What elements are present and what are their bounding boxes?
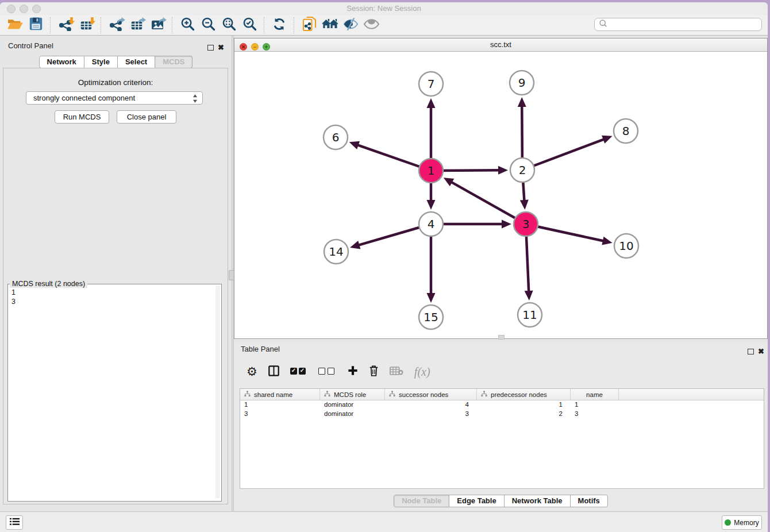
- open-session-button[interactable]: [5, 16, 25, 34]
- zoom-fit-button[interactable]: [218, 16, 239, 34]
- export-arrow-icon: [137, 17, 146, 27]
- memory-status-icon: [725, 519, 731, 526]
- table-row[interactable]: 3dominator323: [240, 410, 764, 419]
- duplicate-network-button[interactable]: [299, 16, 319, 34]
- delete-table-button[interactable]: [390, 366, 403, 378]
- table-toolbar: ⚙ f(x): [240, 360, 764, 384]
- zoom-in-button[interactable]: [177, 16, 198, 34]
- select-all-columns-button[interactable]: [290, 367, 307, 377]
- export-network-button[interactable]: [106, 16, 126, 34]
- run-mcds-button[interactable]: Run MCDS: [55, 110, 109, 124]
- close-panel-button[interactable]: Close panel: [117, 110, 176, 124]
- network-canvas[interactable]: 7968124314101511: [234, 51, 767, 338]
- toolbar-separator: [294, 17, 295, 33]
- node-label-11: 11: [522, 308, 537, 322]
- search-input[interactable]: [610, 20, 761, 29]
- control-panel-tabs: NetworkStyleSelectMCDS: [0, 56, 232, 68]
- app-window: Session: New Session: [0, 0, 770, 532]
- export-arrow-icon: [158, 17, 167, 27]
- down-arrow-icon: [89, 17, 95, 27]
- import-network-button[interactable]: [55, 16, 76, 34]
- export-table-button[interactable]: [126, 16, 147, 34]
- apply-layout-button[interactable]: [269, 16, 290, 34]
- floppy-disk-icon: [29, 17, 43, 33]
- tab-network-table[interactable]: Network Table: [505, 495, 571, 507]
- float-panel-icon[interactable]: [748, 346, 754, 357]
- edge-2-8[interactable]: [522, 139, 605, 170]
- column-chooser-button[interactable]: [268, 365, 279, 379]
- zoom-out-button[interactable]: [198, 16, 218, 34]
- function-builder-button[interactable]: f(x): [414, 365, 430, 379]
- canvas-splitter-handle[interactable]: [498, 335, 505, 340]
- main-toolbar: [0, 15, 768, 36]
- optimization-criterion-select[interactable]: strongly connected component: [26, 91, 203, 105]
- result-scrollbar[interactable]: [215, 286, 220, 498]
- eye-icon: [363, 18, 380, 32]
- tab-edge-table[interactable]: Edge Table: [449, 495, 504, 507]
- search-field[interactable]: [594, 18, 762, 31]
- import-table-button[interactable]: [76, 16, 97, 34]
- tab-node-table[interactable]: Node Table: [394, 495, 449, 507]
- show-eye-button[interactable]: [361, 16, 382, 34]
- select-stepper-icon: [192, 94, 198, 105]
- edge-arrow-4-15: [427, 293, 436, 303]
- export-image-button[interactable]: [147, 16, 168, 34]
- network-window-titlebar: ✕−+ scc.txt: [234, 38, 767, 52]
- task-history-button[interactable]: [6, 515, 23, 530]
- node-label-4: 4: [428, 217, 435, 231]
- column-header-MCDS-role[interactable]: MCDS role: [320, 389, 385, 400]
- mcds-result-text[interactable]: 1 3: [11, 288, 16, 306]
- delete-column-button[interactable]: [369, 365, 379, 379]
- save-session-button[interactable]: [25, 16, 46, 34]
- node-label-9: 9: [518, 76, 526, 90]
- tab-motifs[interactable]: Motifs: [571, 495, 608, 507]
- duplicate-network-icon: [302, 16, 317, 34]
- table-cell: dominator: [320, 400, 385, 410]
- zoom-window-button[interactable]: [32, 5, 41, 13]
- tab-style[interactable]: Style: [84, 56, 118, 68]
- tree-icon: [481, 391, 487, 398]
- tab-select[interactable]: Select: [118, 56, 155, 68]
- home-button[interactable]: [319, 16, 340, 34]
- gear-icon: ⚙: [247, 366, 257, 377]
- edge-arrow-3-11: [525, 291, 533, 300]
- edge-arrow-1-4: [427, 200, 436, 210]
- zoom-selected-button[interactable]: [239, 16, 260, 34]
- table-cell: 3: [240, 410, 320, 419]
- trash-icon: [369, 365, 379, 379]
- zoom-selected-icon: [242, 17, 257, 33]
- memory-button[interactable]: Memory: [722, 515, 762, 530]
- table-row[interactable]: 1dominator411: [240, 400, 764, 410]
- minimize-view-button[interactable]: −: [251, 43, 259, 51]
- column-header-successor-nodes[interactable]: successor nodes: [385, 389, 477, 400]
- mcds-panel: Optimization criterion: strongly connect…: [3, 68, 228, 504]
- open-folder-icon: [7, 17, 23, 33]
- column-header-predecessor-nodes[interactable]: predecessor nodes: [477, 389, 571, 400]
- float-panel-icon[interactable]: [207, 43, 214, 53]
- close-panel-icon[interactable]: ✖: [218, 42, 224, 52]
- table-cell: 4: [385, 400, 477, 410]
- close-view-button[interactable]: ✕: [240, 43, 247, 51]
- table-settings-button[interactable]: ⚙: [247, 366, 257, 377]
- column-header-shared-name[interactable]: shared name: [240, 389, 320, 400]
- maximize-view-button[interactable]: +: [263, 43, 270, 51]
- hide-panel-button[interactable]: [340, 16, 361, 34]
- toolbar-separator: [172, 17, 173, 33]
- node-label-6: 6: [332, 130, 340, 144]
- edge-arrow-4-14: [350, 241, 360, 249]
- close-window-button[interactable]: [7, 5, 16, 13]
- table-tabs: Node TableEdge TableNetwork TableMotifs: [234, 495, 768, 507]
- tab-mcds[interactable]: MCDS: [155, 56, 192, 68]
- control-panel: Control Panel ✖ NetworkStyleSelectMCDS O…: [0, 38, 232, 510]
- create-column-button[interactable]: [348, 365, 358, 378]
- table-panel-title: Table Panel: [241, 345, 280, 353]
- node-label-10: 10: [619, 239, 633, 253]
- table-cell: 1: [240, 400, 320, 410]
- minimize-window-button[interactable]: [20, 5, 28, 13]
- close-panel-icon[interactable]: ✖: [758, 346, 764, 356]
- unselect-all-columns-button[interactable]: [318, 367, 337, 377]
- tab-network[interactable]: Network: [39, 56, 84, 68]
- optimization-criterion-label: Optimization criterion:: [3, 78, 228, 87]
- column-header-name[interactable]: name: [571, 389, 619, 400]
- edge-3-1[interactable]: [451, 182, 526, 224]
